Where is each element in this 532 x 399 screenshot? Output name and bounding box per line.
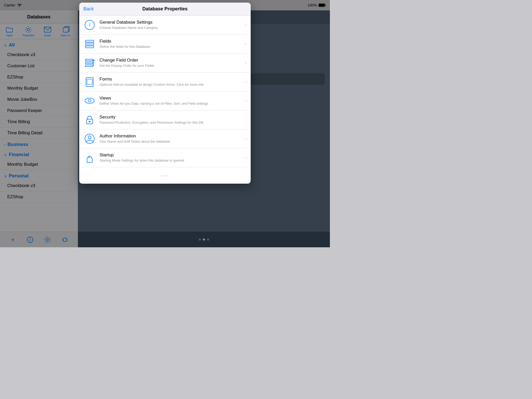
modal-item-fields[interactable]: Fields Define the fields for this Databa…	[79, 35, 251, 54]
views-icon	[83, 95, 96, 107]
fields-icon	[83, 38, 96, 50]
author-icon	[83, 132, 96, 145]
general-chevron-icon: ›	[245, 23, 247, 27]
modal-item-startup[interactable]: Startup Starting Mode Settings for when …	[79, 148, 251, 167]
general-item-text: General Database Settings Choose Databas…	[99, 20, 243, 30]
modal-item-views[interactable]: Views Define Views for you Data, naming …	[79, 91, 251, 110]
modal-item-forms[interactable]: Forms Optional Add-on Available to desig…	[79, 72, 251, 91]
author-item-text: Author Information Your Name and brief N…	[99, 134, 243, 144]
modal-body: i General Database Settings Choose Datab…	[79, 16, 251, 167]
field-order-item-subtitle: Set the Display Order for your Fields	[99, 64, 243, 68]
security-icon	[83, 114, 96, 126]
modal-footer: ···	[79, 167, 251, 184]
fields-item-subtitle: Define the fields for this Database	[99, 45, 243, 49]
modal-overlay: Back Database Properties i General Datab…	[0, 0, 330, 247]
svg-point-25	[88, 99, 91, 102]
field-order-item-text: Change Field Order Set the Display Order…	[99, 58, 243, 68]
views-item-subtitle: Define Views for you Data, naming a set …	[99, 102, 243, 106]
forms-item-title: Forms	[99, 77, 243, 82]
modal-back-button[interactable]: Back	[83, 6, 94, 12]
general-item-title: General Database Settings	[99, 20, 243, 25]
fields-chevron-icon: ›	[245, 42, 247, 46]
modal-item-general[interactable]: i General Database Settings Choose Datab…	[79, 16, 251, 35]
svg-rect-19	[85, 59, 93, 61]
views-item-text: Views Define Views for you Data, naming …	[99, 96, 243, 106]
svg-rect-16	[85, 40, 94, 42]
modal-item-author[interactable]: Author Information Your Name and brief N…	[79, 129, 251, 148]
svg-rect-20	[85, 62, 93, 64]
modal-header: Back Database Properties	[79, 3, 251, 16]
general-item-subtitle: Choose Database Name and Category	[99, 26, 243, 30]
security-item-title: Security	[99, 115, 243, 120]
forms-item-subtitle: Optional Add-on Available to design Cust…	[99, 83, 243, 87]
views-chevron-icon: ›	[245, 98, 247, 103]
views-item-title: Views	[99, 96, 243, 101]
forms-icon	[83, 76, 96, 88]
forms-chevron-icon: ›	[245, 79, 247, 84]
field-order-chevron-icon: ›	[245, 61, 247, 65]
startup-item-title: Startup	[99, 152, 243, 158]
startup-chevron-icon: ›	[245, 155, 247, 160]
field-order-item-title: Change Field Order	[99, 58, 243, 63]
author-chevron-icon: ›	[245, 136, 247, 141]
svg-point-29	[88, 136, 91, 139]
modal-title: Database Properties	[83, 6, 247, 12]
svg-rect-17	[85, 43, 94, 45]
svg-text:i: i	[89, 22, 90, 28]
field-order-icon	[83, 57, 96, 69]
database-properties-modal: Back Database Properties i General Datab…	[79, 3, 251, 184]
fields-item-title: Fields	[99, 39, 243, 44]
forms-item-text: Forms Optional Add-on Available to desig…	[99, 77, 243, 87]
more-dots[interactable]: ···	[161, 172, 169, 178]
author-item-subtitle: Your Name and brief Notes about the data…	[99, 139, 243, 144]
security-item-text: Security Password Protection, Encryption…	[99, 115, 243, 125]
svg-rect-23	[87, 79, 92, 84]
startup-item-subtitle: Starting Mode Settings for when this dat…	[99, 158, 243, 163]
modal-item-security[interactable]: Security Password Protection, Encryption…	[79, 110, 251, 129]
startup-icon	[83, 151, 96, 164]
svg-point-27	[89, 121, 90, 122]
svg-rect-18	[85, 46, 94, 48]
security-item-subtitle: Password Protection, Encryption, and Per…	[99, 121, 243, 125]
security-chevron-icon: ›	[245, 117, 247, 122]
startup-item-text: Startup Starting Mode Settings for when …	[99, 152, 243, 163]
fields-item-text: Fields Define the fields for this Databa…	[99, 39, 243, 49]
author-item-title: Author Information	[99, 134, 243, 139]
svg-rect-21	[85, 65, 93, 66]
svg-point-24	[85, 98, 94, 103]
modal-item-field-order[interactable]: Change Field Order Set the Display Order…	[79, 54, 251, 72]
info-circle-icon: i	[83, 19, 96, 31]
